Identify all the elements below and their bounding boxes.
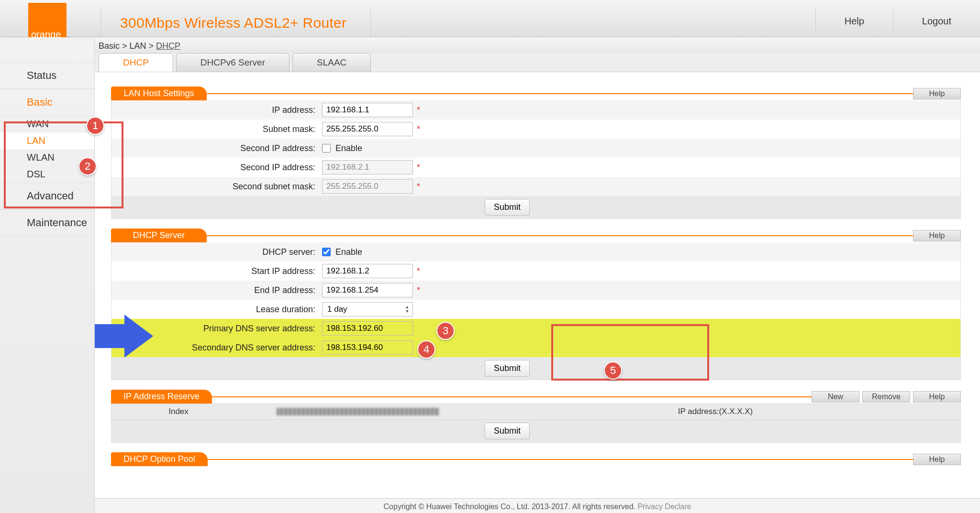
second-ip-enable-checkbox[interactable] [322,144,331,153]
secondary-dns-label: Secondary DNS server address: [111,343,322,353]
annotation-badge-4: 4 [417,340,435,359]
table-header-row: Index IP address:(X.X.X.X) [111,404,961,420]
help-link[interactable]: Help [815,9,893,34]
content-area: Basic > LAN > DHCP DHCP DHCPv6 Server SL… [95,37,980,513]
panel-option-pool: DHCP Option Pool Help [111,452,961,466]
lease-duration-select[interactable]: 1 day ▲▼ [322,302,413,317]
panel-title-option-pool: DHCP Option Pool [111,452,208,466]
breadcrumb: Basic > LAN > DHCP [95,37,980,53]
second-ip-label: Second IP address: [111,163,322,173]
panel-title-dhcp: DHCP Server [111,229,207,242]
sidebar-item-lan[interactable]: LAN [0,132,94,149]
start-ip-label: Start IP address: [111,266,322,276]
submit-button-reserve[interactable]: Submit [485,423,530,439]
tabstrip: DHCP DHCPv6 Server SLAAC [95,53,980,72]
tab-dhcpv6[interactable]: DHCPv6 Server [176,53,290,72]
panel-lan-host: LAN Host Settings Help IP address: * [111,87,961,219]
tab-dhcp[interactable]: DHCP [99,53,173,72]
secondary-dns-input[interactable] [322,340,413,355]
subnet-mask-label: Subnet mask: [111,124,322,134]
col-mac-header [245,404,470,419]
breadcrumb-lan[interactable]: LAN [130,41,146,51]
sidebar-item-status[interactable]: Status [0,62,94,89]
enable-text: Enable [335,143,362,153]
required-icon: * [417,182,420,192]
help-button-reserve[interactable]: Help [913,391,961,403]
sidebar-item-wan[interactable]: WAN [0,116,94,132]
ip-address-label: IP address: [111,105,322,115]
tab-slaac[interactable]: SLAAC [292,53,371,72]
annotation-badge-1: 1 [86,117,104,135]
enable-text: Enable [335,247,362,257]
page-title-area: 300Mbps Wireless ADSL2+ Router [100,9,371,37]
footer-text: Copyright © Huawei Technologies Co., Ltd… [384,502,638,511]
lease-duration-value: 1 day [327,305,347,314]
end-ip-input[interactable] [322,283,413,297]
submit-button-dhcp[interactable]: Submit [485,360,530,377]
second-ip-input [322,160,413,175]
primary-dns-input[interactable] [322,321,413,336]
logout-link[interactable]: Logout [893,9,980,34]
second-ip-enable-label: Second IP address: [111,143,322,153]
annotation-badge-3: 3 [436,322,455,340]
privacy-link[interactable]: Privacy Declare [637,502,691,511]
dhcp-enable-checkbox[interactable] [322,248,331,256]
new-button[interactable]: New [812,391,859,403]
sidebar-item-basic[interactable]: Basic [0,89,94,116]
breadcrumb-dhcp: DHCP [156,41,180,51]
end-ip-label: End IP address: [111,285,322,295]
remove-button[interactable]: Remove [862,391,910,403]
second-mask-label: Second subnet mask: [111,182,322,192]
required-icon: * [417,105,420,115]
ip-address-input[interactable] [322,103,413,117]
annotation-badge-2: 2 [78,157,97,175]
panel-title-reserve: IP Address Reserve [111,390,212,404]
sidebar: Status Basic WAN LAN WLAN DSL Advanced M… [0,37,95,513]
chevron-updown-icon: ▲▼ [404,305,411,314]
help-button-option-pool[interactable]: Help [913,454,961,465]
col-ip-header: IP address:(X.X.X.X) [470,404,960,419]
page-title: 300Mbps Wireless ADSL2+ Router [120,15,346,31]
required-icon: * [417,163,420,173]
panel-dhcp-server: DHCP Server Help DHCP server: Enable [111,229,961,380]
brand-logo: orange ™ [0,0,95,37]
help-button-lan[interactable]: Help [913,88,961,99]
breadcrumb-basic[interactable]: Basic [99,41,120,51]
required-icon: * [417,285,420,295]
lease-duration-label: Lease duration: [111,305,322,315]
dhcp-server-label: DHCP server: [111,247,322,257]
col-index-header: Index [111,404,245,419]
annotation-badge-5: 5 [604,361,622,380]
panel-title-lan: LAN Host Settings [111,87,207,100]
subnet-mask-input[interactable] [322,122,413,136]
start-ip-input[interactable] [322,264,413,278]
submit-button-lan[interactable]: Submit [485,199,530,216]
required-icon: * [417,266,420,276]
sidebar-item-advanced[interactable]: Advanced [0,183,94,209]
header: orange ™ 300Mbps Wireless ADSL2+ Router … [0,0,980,37]
help-button-dhcp[interactable]: Help [913,230,961,241]
sidebar-item-maintenance[interactable]: Maintenance [0,209,94,236]
second-mask-input [322,179,413,194]
panel-ip-reserve: IP Address Reserve New Remove Help Index [111,390,961,443]
footer: Copyright © Huawei Technologies Co., Ltd… [95,498,980,513]
primary-dns-label: Primary DNS server address: [111,324,322,334]
required-icon: * [417,124,420,134]
blurred-mac-label [277,408,439,415]
